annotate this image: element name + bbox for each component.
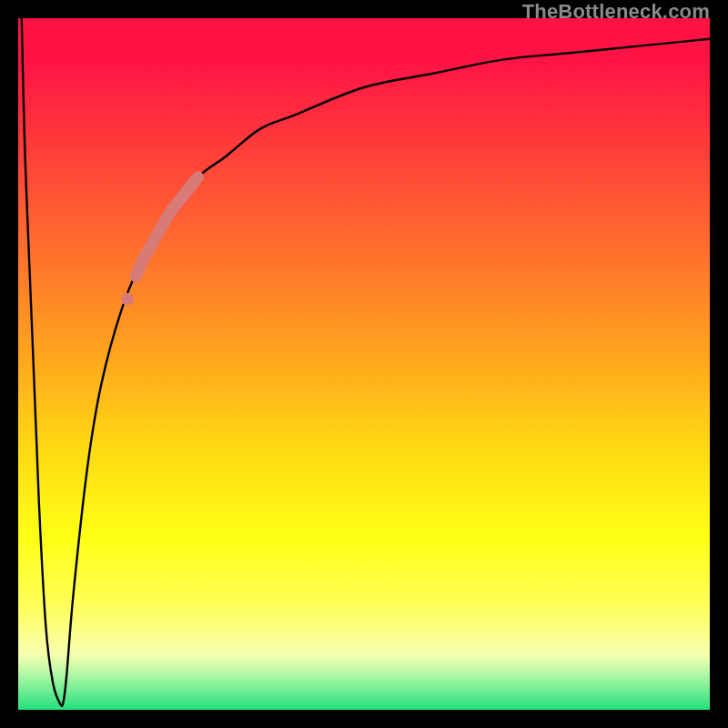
highlight-dot [121,293,134,306]
curve-svg [18,18,710,710]
plot-area [18,18,710,710]
bottleneck-curve [22,18,710,706]
chart-frame: TheBottleneck.com [0,0,728,728]
highlight-segment [136,177,197,277]
